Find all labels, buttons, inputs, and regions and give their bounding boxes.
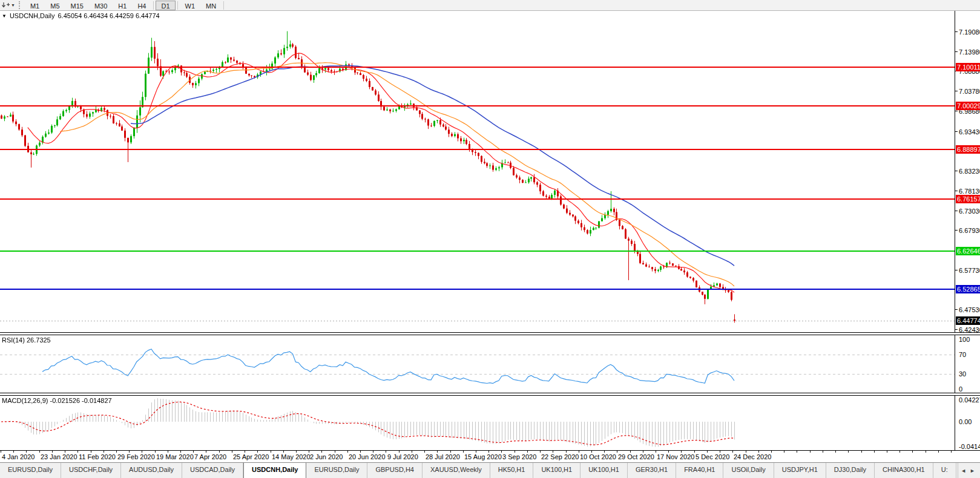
chart-tab-uk100-h1[interactable]: UK100,H1 xyxy=(533,463,580,478)
date-label: 9 Jul 2020 xyxy=(387,453,418,460)
date-label: 19 Mar 2020 xyxy=(156,453,194,460)
macd-tick-label: 0.042275 xyxy=(959,396,980,404)
date-tick xyxy=(437,451,438,453)
rsi-axis[interactable]: 10070300 xyxy=(955,335,980,393)
chart-tab-eurusd-daily[interactable]: EURUSD,Daily xyxy=(306,463,367,478)
chart-symbol-label: USDCNH,Daily xyxy=(10,12,55,19)
date-tick xyxy=(899,451,900,453)
chart-tab-usdjpy-h1[interactable]: USDJPY,H1 xyxy=(774,463,826,478)
timeframe-button-m15[interactable]: M15 xyxy=(65,1,89,10)
date-tick xyxy=(694,451,695,453)
date-tick xyxy=(245,451,245,453)
chart-tab-hk50-h1[interactable]: HK50,H1 xyxy=(490,463,534,478)
date-tick xyxy=(926,451,926,453)
date-tick xyxy=(861,451,862,453)
date-tick xyxy=(681,451,682,453)
date-tick xyxy=(386,451,386,453)
rsi-tick-label: 100 xyxy=(959,335,970,344)
timeframe-button-m1[interactable]: M1 xyxy=(25,1,45,10)
level-price-label: 6.88897 xyxy=(956,145,980,154)
price-tick-label: 7.19080 xyxy=(959,28,980,36)
chart-tab-ger30-h1[interactable]: GER30,H1 xyxy=(628,463,676,478)
tab-scroll-right-button[interactable]: ► xyxy=(970,468,975,474)
price-tick-label: 6.83230 xyxy=(959,167,980,175)
chart-tab-fra40-h1[interactable]: FRA40,H1 xyxy=(676,463,723,478)
date-tick xyxy=(874,451,875,453)
timeframe-button-d1[interactable]: D1 xyxy=(156,1,175,10)
date-tick xyxy=(912,451,913,453)
toolbar-grip[interactable] xyxy=(19,1,23,9)
rsi-canvas[interactable] xyxy=(0,335,955,393)
chart-collapse-icon[interactable]: ▼ xyxy=(2,13,7,19)
price-tick-label: 6.57730 xyxy=(959,266,980,275)
timeframe-button-w1[interactable]: W1 xyxy=(180,1,201,10)
chart-title: ▼ USDCNH,Daily 6.45054 6.46434 6.44259 6… xyxy=(2,12,160,19)
macd-axis[interactable]: 0.0422750.00-0.04148 xyxy=(955,396,980,450)
date-label: 29 Feb 2020 xyxy=(117,453,155,460)
chart-cursor-icon[interactable] xyxy=(2,2,10,9)
date-label: 14 May 2020 xyxy=(272,453,311,460)
date-label: 20 Jun 2020 xyxy=(349,453,386,460)
date-tick xyxy=(656,451,656,453)
date-tick xyxy=(296,451,297,453)
main-chart-canvas[interactable] xyxy=(0,11,955,332)
date-tick xyxy=(77,451,78,453)
dropdown-caret-icon[interactable]: ▼ xyxy=(11,3,15,7)
chart-tab-china300-h1[interactable]: CHINA300,H1 xyxy=(875,463,933,478)
chart-tab-dj30-daily[interactable]: DJ30,Daily xyxy=(826,463,875,478)
date-tick xyxy=(424,451,425,453)
chart-tab-usoil-daily[interactable]: USOil,Daily xyxy=(723,463,774,478)
toolbar-separator xyxy=(177,1,178,10)
date-label: 17 Nov 2020 xyxy=(657,453,694,460)
timeframe-button-m30[interactable]: M30 xyxy=(89,1,113,10)
date-tick xyxy=(399,451,400,453)
date-label: 10 Oct 2020 xyxy=(580,453,616,460)
date-tick xyxy=(373,451,373,453)
date-tick xyxy=(257,451,258,453)
timeframe-button-h4[interactable]: H4 xyxy=(132,1,151,10)
chart-tab-gbpusd-h4[interactable]: GBPUSD,H4 xyxy=(367,463,423,478)
tab-scroll-controls: ◄ ► xyxy=(958,463,980,478)
trading-platform-window: ▼ M1M5M15M30H1H4D1W1MN ▼ USDCNH,Daily 6.… xyxy=(0,0,980,478)
rsi-label: RSI(14) 26.7325 xyxy=(2,336,51,344)
date-tick xyxy=(347,451,348,453)
date-tick xyxy=(1,451,1,453)
date-tick xyxy=(732,451,733,453)
macd-canvas[interactable] xyxy=(0,396,955,450)
date-tick xyxy=(283,451,284,453)
date-tick xyxy=(321,451,322,453)
timeframe-button-h1[interactable]: H1 xyxy=(113,1,132,10)
chart-tabs: EURUSD,DailyUSDCHF,DailyAUDUSD,DailyUSDC… xyxy=(0,463,958,478)
timeframe-button-m5[interactable]: M5 xyxy=(45,1,65,10)
date-tick xyxy=(527,451,528,453)
chart-tab-bar: EURUSD,DailyUSDCHF,DailyAUDUSD,DailyUSDC… xyxy=(0,462,980,478)
chart-tab-xauusd-weekly[interactable]: XAUUSD,Weekly xyxy=(423,463,490,478)
price-tick-label: 7.13980 xyxy=(959,48,980,56)
chart-tab-usdcnh-daily[interactable]: USDCNH,Daily xyxy=(243,463,306,478)
date-tick xyxy=(168,451,168,453)
chart-tab-audusd-daily[interactable]: AUDUSD,Daily xyxy=(121,463,182,478)
date-tick xyxy=(643,451,643,453)
timeframe-button-mn[interactable]: MN xyxy=(200,1,222,10)
price-tick-label: 6.67930 xyxy=(959,226,980,235)
chart-tab-u-[interactable]: U: xyxy=(933,463,956,478)
chart-tab-usdcad-daily[interactable]: USDCAD,Daily xyxy=(182,463,243,478)
date-axis[interactable]: 4 Jan 202023 Jan 202011 Feb 202029 Feb 2… xyxy=(0,450,980,462)
price-axis[interactable]: 7.190807.139807.088807.037806.986806.934… xyxy=(955,11,980,332)
date-label: 25 Apr 2020 xyxy=(233,453,269,460)
date-tick xyxy=(116,451,117,453)
chart-tab-usdchf-daily[interactable]: USDCHF,Daily xyxy=(61,463,121,478)
date-tick xyxy=(271,451,271,453)
date-tick xyxy=(848,451,849,453)
date-tick xyxy=(938,451,939,453)
tab-scroll-left-button[interactable]: ◄ xyxy=(961,468,966,474)
date-label: 15 Aug 2020 xyxy=(464,453,502,460)
date-tick xyxy=(476,451,476,453)
date-tick xyxy=(65,451,65,453)
macd-indicator-panel: MACD(12,26,9) -0.021526 -0.014827 0.0422… xyxy=(0,396,980,450)
level-price-label: 6.76157 xyxy=(956,195,980,203)
rsi-tick-label: 70 xyxy=(959,350,966,359)
macd-label: MACD(12,26,9) -0.021526 -0.014827 xyxy=(2,397,112,404)
chart-tab-uk100-h1[interactable]: UK100,H1 xyxy=(580,463,628,478)
chart-tab-eurusd-daily[interactable]: EURUSD,Daily xyxy=(0,463,61,478)
